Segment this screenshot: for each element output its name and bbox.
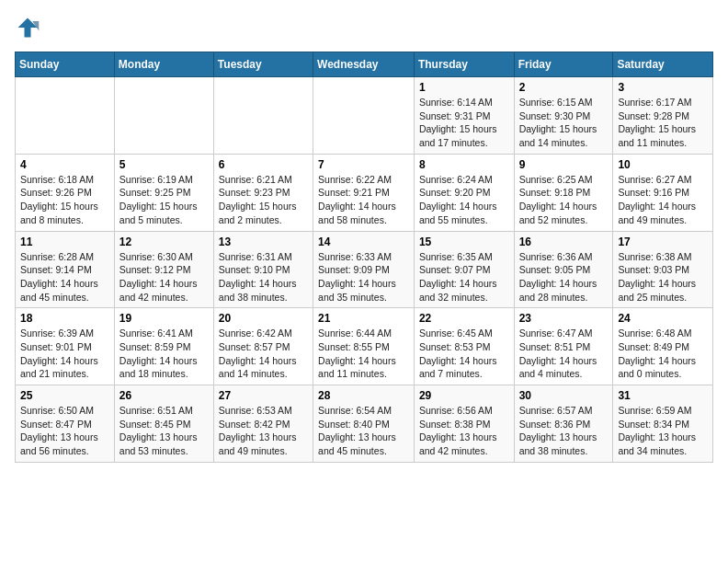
calendar-cell: 3Sunrise: 6:17 AM Sunset: 9:28 PM Daylig… — [613, 77, 713, 155]
day-info: Sunrise: 6:51 AM Sunset: 8:45 PM Dayligh… — [119, 404, 209, 458]
calendar-cell: 6Sunrise: 6:21 AM Sunset: 9:23 PM Daylig… — [213, 154, 313, 231]
day-number: 22 — [419, 312, 509, 325]
calendar-cell: 31Sunrise: 6:59 AM Sunset: 8:34 PM Dayli… — [613, 385, 713, 463]
day-info: Sunrise: 6:50 AM Sunset: 8:47 PM Dayligh… — [20, 404, 109, 458]
calendar-cell: 30Sunrise: 6:57 AM Sunset: 8:36 PM Dayli… — [514, 385, 613, 463]
calendar-row: 25Sunrise: 6:50 AM Sunset: 8:47 PM Dayli… — [16, 385, 713, 463]
day-info: Sunrise: 6:14 AM Sunset: 9:31 PM Dayligh… — [419, 96, 509, 150]
day-number: 8 — [419, 158, 509, 171]
svg-marker-0 — [18, 18, 38, 38]
day-number: 21 — [318, 312, 409, 325]
day-number: 27 — [219, 389, 308, 402]
calendar-cell: 9Sunrise: 6:25 AM Sunset: 9:18 PM Daylig… — [514, 154, 613, 231]
day-info: Sunrise: 6:56 AM Sunset: 8:38 PM Dayligh… — [419, 404, 509, 458]
day-number: 29 — [419, 389, 509, 402]
calendar-cell: 21Sunrise: 6:44 AM Sunset: 8:55 PM Dayli… — [313, 308, 415, 385]
day-number: 24 — [618, 312, 708, 325]
calendar-cell: 14Sunrise: 6:33 AM Sunset: 9:09 PM Dayli… — [313, 231, 415, 308]
day-info: Sunrise: 6:27 AM Sunset: 9:16 PM Dayligh… — [618, 173, 708, 227]
calendar-cell: 10Sunrise: 6:27 AM Sunset: 9:16 PM Dayli… — [613, 154, 713, 231]
calendar-cell: 26Sunrise: 6:51 AM Sunset: 8:45 PM Dayli… — [114, 385, 213, 463]
header-row: SundayMondayTuesdayWednesdayThursdayFrid… — [16, 52, 713, 77]
logo-icon — [15, 15, 40, 40]
calendar-cell: 7Sunrise: 6:22 AM Sunset: 9:21 PM Daylig… — [313, 154, 415, 231]
day-number: 12 — [119, 236, 209, 248]
day-info: Sunrise: 6:36 AM Sunset: 9:05 PM Dayligh… — [519, 250, 609, 304]
day-number: 17 — [618, 236, 708, 248]
day-info: Sunrise: 6:33 AM Sunset: 9:09 PM Dayligh… — [318, 250, 409, 304]
header-cell-tuesday: Tuesday — [213, 52, 313, 77]
calendar-cell: 27Sunrise: 6:53 AM Sunset: 8:42 PM Dayli… — [213, 385, 313, 463]
day-number: 26 — [119, 389, 209, 402]
calendar-cell: 4Sunrise: 6:18 AM Sunset: 9:26 PM Daylig… — [16, 154, 115, 231]
calendar-header: SundayMondayTuesdayWednesdayThursdayFrid… — [16, 52, 713, 77]
day-info: Sunrise: 6:15 AM Sunset: 9:30 PM Dayligh… — [519, 96, 609, 150]
calendar-cell: 17Sunrise: 6:38 AM Sunset: 9:03 PM Dayli… — [613, 231, 713, 308]
calendar-cell: 1Sunrise: 6:14 AM Sunset: 9:31 PM Daylig… — [414, 77, 514, 155]
day-info: Sunrise: 6:53 AM Sunset: 8:42 PM Dayligh… — [219, 404, 308, 458]
calendar-cell: 13Sunrise: 6:31 AM Sunset: 9:10 PM Dayli… — [213, 231, 313, 308]
calendar-cell — [16, 77, 115, 155]
calendar-row: 18Sunrise: 6:39 AM Sunset: 9:01 PM Dayli… — [16, 308, 713, 385]
day-number: 18 — [20, 312, 109, 325]
calendar-cell: 22Sunrise: 6:45 AM Sunset: 8:53 PM Dayli… — [414, 308, 514, 385]
day-number: 3 — [618, 81, 708, 94]
calendar-cell: 25Sunrise: 6:50 AM Sunset: 8:47 PM Dayli… — [16, 385, 115, 463]
calendar-cell: 2Sunrise: 6:15 AM Sunset: 9:30 PM Daylig… — [514, 77, 613, 155]
calendar-cell: 28Sunrise: 6:54 AM Sunset: 8:40 PM Dayli… — [313, 385, 415, 463]
header-cell-thursday: Thursday — [414, 52, 514, 77]
day-number: 25 — [20, 389, 109, 402]
day-number: 11 — [20, 236, 109, 248]
day-number: 30 — [519, 389, 609, 402]
day-number: 4 — [20, 158, 109, 171]
day-number: 6 — [219, 158, 308, 171]
calendar-cell: 16Sunrise: 6:36 AM Sunset: 9:05 PM Dayli… — [514, 231, 613, 308]
day-info: Sunrise: 6:30 AM Sunset: 9:12 PM Dayligh… — [119, 250, 209, 304]
header — [15, 15, 713, 40]
day-number: 5 — [119, 158, 209, 171]
day-info: Sunrise: 6:42 AM Sunset: 8:57 PM Dayligh… — [219, 327, 308, 381]
day-number: 10 — [618, 158, 708, 171]
day-info: Sunrise: 6:38 AM Sunset: 9:03 PM Dayligh… — [618, 250, 708, 304]
calendar-cell — [114, 77, 213, 155]
day-number: 7 — [318, 158, 409, 171]
day-info: Sunrise: 6:19 AM Sunset: 9:25 PM Dayligh… — [119, 173, 209, 227]
day-number: 19 — [119, 312, 209, 325]
calendar-cell: 23Sunrise: 6:47 AM Sunset: 8:51 PM Dayli… — [514, 308, 613, 385]
day-info: Sunrise: 6:57 AM Sunset: 8:36 PM Dayligh… — [519, 404, 609, 458]
day-number: 23 — [519, 312, 609, 325]
calendar-table: SundayMondayTuesdayWednesdayThursdayFrid… — [15, 52, 713, 463]
day-info: Sunrise: 6:25 AM Sunset: 9:18 PM Dayligh… — [519, 173, 609, 227]
day-info: Sunrise: 6:22 AM Sunset: 9:21 PM Dayligh… — [318, 173, 409, 227]
day-info: Sunrise: 6:17 AM Sunset: 9:28 PM Dayligh… — [618, 96, 708, 150]
day-info: Sunrise: 6:54 AM Sunset: 8:40 PM Dayligh… — [318, 404, 409, 458]
day-info: Sunrise: 6:39 AM Sunset: 9:01 PM Dayligh… — [20, 327, 109, 381]
calendar-cell: 11Sunrise: 6:28 AM Sunset: 9:14 PM Dayli… — [16, 231, 115, 308]
day-number: 1 — [419, 81, 509, 94]
calendar-cell — [313, 77, 415, 155]
header-cell-monday: Monday — [114, 52, 213, 77]
calendar-cell: 5Sunrise: 6:19 AM Sunset: 9:25 PM Daylig… — [114, 154, 213, 231]
header-cell-wednesday: Wednesday — [313, 52, 415, 77]
calendar-row: 4Sunrise: 6:18 AM Sunset: 9:26 PM Daylig… — [16, 154, 713, 231]
day-info: Sunrise: 6:41 AM Sunset: 8:59 PM Dayligh… — [119, 327, 209, 381]
day-info: Sunrise: 6:21 AM Sunset: 9:23 PM Dayligh… — [219, 173, 308, 227]
day-info: Sunrise: 6:31 AM Sunset: 9:10 PM Dayligh… — [219, 250, 308, 304]
header-cell-friday: Friday — [514, 52, 613, 77]
calendar-cell: 24Sunrise: 6:48 AM Sunset: 8:49 PM Dayli… — [613, 308, 713, 385]
day-number: 16 — [519, 236, 609, 248]
day-info: Sunrise: 6:18 AM Sunset: 9:26 PM Dayligh… — [20, 173, 109, 227]
calendar-cell: 20Sunrise: 6:42 AM Sunset: 8:57 PM Dayli… — [213, 308, 313, 385]
day-number: 2 — [519, 81, 609, 94]
day-info: Sunrise: 6:44 AM Sunset: 8:55 PM Dayligh… — [318, 327, 409, 381]
day-info: Sunrise: 6:47 AM Sunset: 8:51 PM Dayligh… — [519, 327, 609, 381]
header-cell-saturday: Saturday — [613, 52, 713, 77]
day-number: 15 — [419, 236, 509, 248]
calendar-row: 11Sunrise: 6:28 AM Sunset: 9:14 PM Dayli… — [16, 231, 713, 308]
day-info: Sunrise: 6:59 AM Sunset: 8:34 PM Dayligh… — [618, 404, 708, 458]
day-info: Sunrise: 6:48 AM Sunset: 8:49 PM Dayligh… — [618, 327, 708, 381]
logo — [15, 15, 44, 40]
calendar-cell: 18Sunrise: 6:39 AM Sunset: 9:01 PM Dayli… — [16, 308, 115, 385]
calendar-cell: 8Sunrise: 6:24 AM Sunset: 9:20 PM Daylig… — [414, 154, 514, 231]
calendar-cell — [213, 77, 313, 155]
